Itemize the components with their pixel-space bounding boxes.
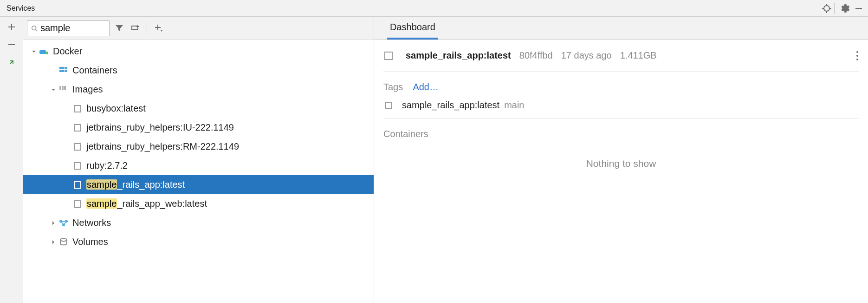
svg-rect-17 xyxy=(62,86,64,88)
svg-rect-25 xyxy=(74,163,81,169)
gear-icon[interactable] xyxy=(839,3,850,14)
svg-line-7 xyxy=(36,29,38,31)
svg-rect-26 xyxy=(74,182,81,188)
svg-point-31 xyxy=(60,238,67,241)
volumes-icon xyxy=(58,237,69,247)
svg-rect-27 xyxy=(74,201,81,207)
networks-icon xyxy=(58,218,69,228)
tree-label: jetbrains_ruby_helpers:IU-222.1149 xyxy=(86,122,234,133)
main-area: Docker Containers Images busybox:latest … xyxy=(0,17,868,303)
svg-rect-36 xyxy=(385,102,392,109)
separator xyxy=(834,3,835,14)
docker-icon xyxy=(39,46,49,57)
tree-node-image-selected[interactable]: sample_rails_app:latest xyxy=(23,175,374,194)
tags-section: Tags Add… sample_rails_app:latest main xyxy=(383,72,859,119)
detail-panel: Dashboard sample_rails_app:latest 80f4ff… xyxy=(374,17,868,303)
svg-rect-21 xyxy=(64,88,66,90)
tree-node-containers[interactable]: Containers xyxy=(23,61,374,80)
tree-node-docker[interactable]: Docker xyxy=(23,42,374,61)
tree-node-image[interactable]: busybox:latest xyxy=(23,99,374,118)
image-icon xyxy=(383,51,394,61)
image-icon xyxy=(72,142,83,152)
svg-rect-16 xyxy=(59,86,61,88)
filter-icon[interactable] xyxy=(113,22,125,34)
svg-point-34 xyxy=(856,55,858,57)
svg-rect-5 xyxy=(855,8,862,9)
separator xyxy=(147,23,147,34)
detail-tabs: Dashboard xyxy=(374,17,868,40)
svg-rect-14 xyxy=(62,70,65,72)
tree-label: sample_rails_app:latest xyxy=(86,179,185,190)
image-icon xyxy=(383,100,394,111)
containers-label: Containers xyxy=(383,129,428,139)
tree-toolbar xyxy=(23,17,374,40)
remove-icon[interactable] xyxy=(6,39,17,50)
tree-label: sample_rails_app_web:latest xyxy=(86,198,207,209)
tree-label: Networks xyxy=(72,217,111,228)
svg-rect-8 xyxy=(39,50,46,54)
more-icon[interactable] xyxy=(856,51,859,61)
svg-rect-10 xyxy=(59,67,62,69)
svg-rect-15 xyxy=(65,70,67,72)
target-icon[interactable] xyxy=(821,3,832,14)
chevron-right-icon xyxy=(49,239,58,245)
tree-node-image[interactable]: sample_rails_app_web:latest xyxy=(23,194,374,213)
image-size: 1.411GB xyxy=(620,50,657,61)
tag-row[interactable]: sample_rails_app:latest main xyxy=(383,100,859,111)
image-id: 80f4ffbd xyxy=(519,50,553,61)
tree-node-image[interactable]: jetbrains_ruby_helpers:RM-222.1149 xyxy=(23,137,374,156)
svg-rect-23 xyxy=(74,125,81,131)
tree-node-volumes[interactable]: Volumes xyxy=(23,232,374,251)
tree-label: Images xyxy=(72,84,103,95)
svg-rect-19 xyxy=(59,88,61,90)
image-header: sample_rails_app:latest 80f4ffbd 17 days… xyxy=(383,50,859,72)
add-tag-link[interactable]: Add… xyxy=(413,82,439,92)
popout-icon[interactable] xyxy=(6,57,17,68)
new-tab-icon[interactable] xyxy=(129,22,141,34)
svg-point-0 xyxy=(824,6,829,11)
svg-point-6 xyxy=(32,26,36,30)
detail-body: sample_rails_app:latest 80f4ffbd 17 days… xyxy=(374,40,868,177)
tree-node-images[interactable]: Images xyxy=(23,80,374,99)
svg-point-9 xyxy=(45,52,48,54)
chevron-down-icon xyxy=(30,49,38,54)
search-icon xyxy=(31,25,38,32)
image-age: 17 days ago xyxy=(561,50,612,61)
containers-section: Containers Nothing to show xyxy=(383,119,859,177)
tree-label: Docker xyxy=(53,46,82,57)
svg-rect-22 xyxy=(74,105,81,112)
chevron-right-icon xyxy=(49,220,58,226)
tree-node-networks[interactable]: Networks xyxy=(23,213,374,232)
image-icon xyxy=(72,104,83,114)
svg-point-35 xyxy=(856,59,858,60)
tree-node-image[interactable]: ruby:2.7.2 xyxy=(23,156,374,175)
minimize-icon[interactable] xyxy=(853,3,864,14)
svg-rect-24 xyxy=(74,144,81,150)
image-icon xyxy=(72,199,83,209)
add-dropdown-icon[interactable] xyxy=(153,22,165,34)
tree-label: Volumes xyxy=(72,237,108,247)
svg-rect-11 xyxy=(62,67,65,69)
image-icon xyxy=(72,161,83,171)
chevron-down-icon xyxy=(49,87,58,92)
panel-titlebar: Services xyxy=(0,0,868,17)
tags-label: Tags xyxy=(383,82,403,92)
svg-rect-13 xyxy=(59,70,62,72)
add-icon[interactable] xyxy=(6,21,17,33)
panel-title: Services xyxy=(6,4,35,13)
image-icon xyxy=(72,180,83,190)
service-tree[interactable]: Docker Containers Images busybox:latest … xyxy=(23,40,374,303)
empty-label: Nothing to show xyxy=(383,139,859,169)
left-gutter xyxy=(0,17,23,303)
tree-label: Containers xyxy=(72,65,117,76)
tab-label: Dashboard xyxy=(390,22,435,33)
tab-dashboard[interactable]: Dashboard xyxy=(387,16,438,40)
svg-rect-32 xyxy=(385,52,392,59)
search-input[interactable] xyxy=(40,23,105,33)
svg-rect-12 xyxy=(65,67,67,69)
image-name: sample_rails_app:latest xyxy=(406,50,511,61)
search-box[interactable] xyxy=(27,20,110,36)
svg-point-33 xyxy=(856,51,858,53)
tree-node-image[interactable]: jetbrains_ruby_helpers:IU-222.1149 xyxy=(23,118,374,137)
containers-icon xyxy=(58,66,69,76)
